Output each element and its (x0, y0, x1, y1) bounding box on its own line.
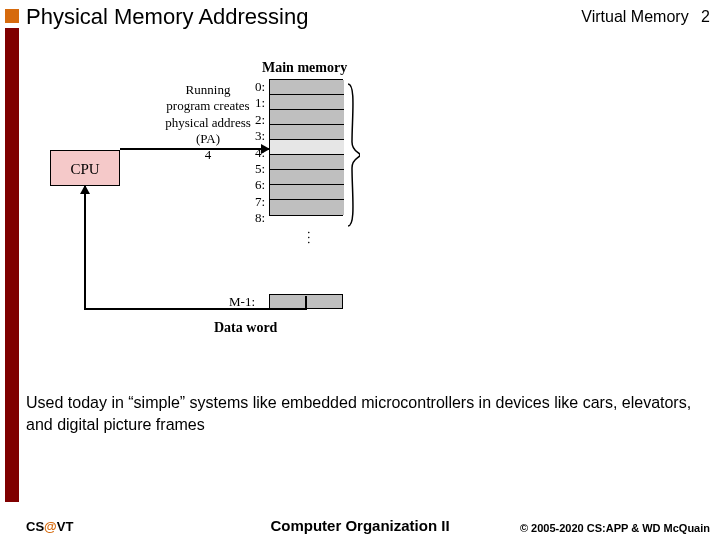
mem-index: 5: (247, 161, 265, 177)
memory-cell (270, 155, 344, 170)
slide-title: Physical Memory Addressing (26, 4, 308, 30)
ellipsis-icon: ... (304, 231, 319, 246)
brace-icon (346, 82, 360, 228)
return-path-horizontal-icon (84, 308, 307, 310)
mem-index: 8: (247, 210, 265, 226)
slide: Physical Memory Addressing Virtual Memor… (0, 0, 720, 540)
mem-index: 1: (247, 95, 265, 111)
body-paragraph: Used today in “simple” systems like embe… (26, 392, 702, 435)
memory-cell (270, 185, 344, 200)
memory-cell (270, 170, 344, 185)
memory-cell (270, 95, 344, 110)
main-memory-label: Main memory (262, 60, 347, 76)
mem-index: 2: (247, 112, 265, 128)
memory-index-labels: 0: 1: 2: 3: 4: 5: 6: 7: 8: (247, 79, 265, 227)
memory-cell (270, 80, 344, 95)
footer-right: © 2005-2020 CS:APP & WD McQuain (520, 522, 710, 534)
header-right: Virtual Memory 2 (581, 8, 710, 26)
data-word-label: Data word (214, 320, 277, 336)
mem-index: 0: (247, 79, 265, 95)
accent-bar-icon (5, 28, 19, 502)
accent-square-icon (5, 9, 19, 23)
memory-cell (270, 125, 344, 140)
memory-cell-selected (270, 140, 344, 155)
return-path-up-arrow-icon (84, 186, 86, 310)
cpu-box: CPU (50, 150, 120, 186)
mem-index: 4: (247, 145, 265, 161)
return-path-right-vertical-icon (305, 296, 307, 310)
mem-index: 6: (247, 177, 265, 193)
page-number: 2 (701, 8, 710, 25)
mem-index: 7: (247, 194, 265, 210)
memory-cell (270, 110, 344, 125)
memory-stack: 0: 1: 2: 3: 4: 5: 6: 7: 8: ... M-1: (269, 79, 343, 216)
memory-cells (269, 79, 343, 216)
memory-cell (270, 200, 344, 215)
header-topic: Virtual Memory (581, 8, 688, 25)
mem-index: 3: (247, 128, 265, 144)
